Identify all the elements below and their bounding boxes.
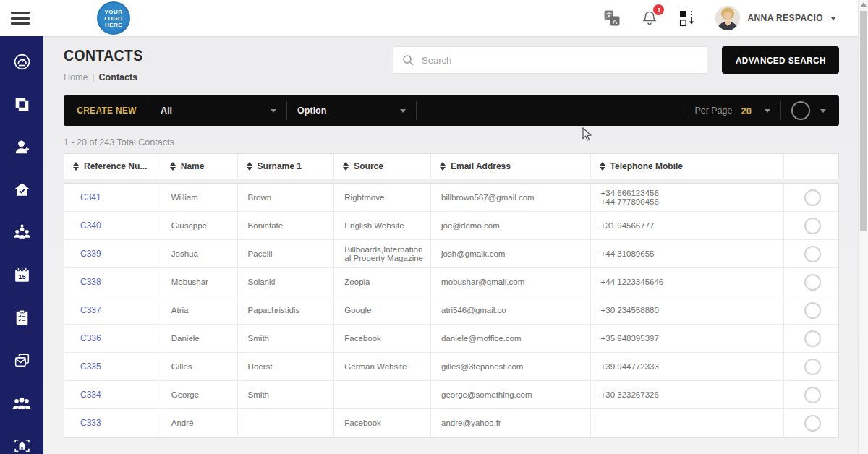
- svg-text:A: A: [613, 18, 618, 25]
- sidebar-item-tasks[interactable]: [0, 296, 43, 339]
- column-header-label: Reference Nu...: [84, 161, 147, 171]
- cell-email: gilles@3tepanest.com: [431, 353, 591, 380]
- sidebar-item-mailing[interactable]: [0, 339, 43, 382]
- cell-selector: [784, 353, 838, 380]
- reference-link[interactable]: C333: [80, 418, 101, 428]
- search-box[interactable]: [393, 46, 707, 74]
- logo-text-line: LOGO: [104, 15, 123, 22]
- row-select-radio[interactable]: [804, 330, 821, 347]
- translate-icon[interactable]: A: [603, 9, 621, 27]
- table-row[interactable]: C340GiuseppeBoninfateEnglish Websitejoe@…: [64, 212, 838, 240]
- cell-phone: +44 1223345646: [591, 268, 784, 296]
- cell-ref: C334: [64, 381, 161, 408]
- row-select-radio[interactable]: [804, 415, 821, 432]
- notifications-bell-icon[interactable]: 1: [640, 9, 659, 27]
- table-header-row: Reference Nu...NameSurname 1SourceEmail …: [64, 153, 839, 179]
- cell-source: Rightmove: [334, 184, 431, 211]
- sort-icon: [440, 162, 446, 171]
- reference-link[interactable]: C336: [80, 333, 101, 343]
- logo-text-line: YOUR: [104, 9, 122, 15]
- row-select-radio[interactable]: [804, 387, 821, 403]
- select-all-radio[interactable]: [791, 101, 810, 120]
- action-toolbar: CREATE NEW All Option Per Page 20: [64, 95, 839, 126]
- sidebar-item-properties[interactable]: [0, 168, 43, 211]
- sidebar-item-calendar[interactable]: 15: [0, 254, 43, 296]
- option-dropdown[interactable]: Option: [287, 106, 416, 116]
- column-header-source[interactable]: Source: [334, 154, 431, 179]
- column-header-label: Name: [181, 161, 205, 171]
- add-contact-icon: [12, 137, 32, 157]
- cell-ref: C341: [64, 184, 161, 211]
- row-select-radio[interactable]: [804, 359, 821, 375]
- reference-link[interactable]: C335: [80, 361, 101, 372]
- sort-list-icon[interactable]: [678, 9, 697, 27]
- column-header-surname-1[interactable]: Surname 1: [238, 154, 335, 179]
- row-select-radio[interactable]: [804, 274, 821, 291]
- reference-link[interactable]: C339: [80, 249, 101, 259]
- cell-phone: +30 234558880: [591, 296, 784, 324]
- table-row[interactable]: C337AtriaPapachristidisGoogleatri546@gma…: [64, 296, 838, 325]
- table-row[interactable]: C333AndréFacebookandre@yahoo.fr: [64, 409, 838, 437]
- cell-surname: Papachristidis: [238, 296, 335, 324]
- row-select-radio[interactable]: [804, 189, 821, 206]
- row-select-radio[interactable]: [804, 218, 821, 234]
- table-row[interactable]: C335GillesHoerstGerman Websitegilles@3te…: [64, 353, 838, 381]
- reference-link[interactable]: C341: [80, 192, 101, 202]
- cell-phone: [591, 409, 784, 437]
- table-row[interactable]: C341WilliamBrownRightmovebillbrown567@gm…: [64, 184, 838, 212]
- chevron-down-icon: [765, 109, 770, 113]
- cell-selector: [784, 212, 838, 239]
- reference-link[interactable]: C334: [80, 390, 101, 400]
- cell-source: German Website: [334, 353, 431, 380]
- advanced-search-button[interactable]: ADVANCED SEARCH: [722, 46, 839, 74]
- cell-name: Joshua: [161, 240, 238, 267]
- user-avatar: [715, 6, 740, 30]
- table-row[interactable]: C338MobusharSolankiZooplamobushar@gmail.…: [64, 268, 838, 296]
- sidebar-item-contacts[interactable]: [0, 126, 43, 168]
- cell-surname: Solanki: [238, 268, 335, 296]
- create-new-button[interactable]: CREATE NEW: [66, 106, 148, 116]
- row-select-radio[interactable]: [804, 246, 821, 262]
- reference-link[interactable]: C337: [80, 305, 101, 315]
- table-row[interactable]: C339JoshuaPacelliBillboards,Internationa…: [64, 240, 838, 268]
- table-row[interactable]: C334GeorgeSmithgeorge@something.com+30 3…: [64, 381, 838, 409]
- chevron-down-icon[interactable]: [820, 109, 826, 113]
- breadcrumb-home[interactable]: Home: [64, 72, 88, 82]
- mailing-icon: [12, 351, 32, 370]
- cell-name: Mobushar: [161, 268, 238, 296]
- column-header-reference-nu[interactable]: Reference Nu...: [64, 154, 161, 179]
- cell-phone: +35 948395397: [591, 325, 784, 352]
- cell-phone: +31 94566777: [591, 212, 784, 239]
- column-header-telephone-mobile[interactable]: Telephone Mobile: [591, 154, 784, 179]
- cell-email: atri546@gmail.co: [431, 296, 591, 324]
- scrollbar-thumb[interactable]: [860, 11, 867, 231]
- scroll-up-arrow-icon[interactable]: [861, 2, 867, 7]
- cell-selector: [784, 325, 838, 352]
- column-header-name[interactable]: Name: [161, 154, 238, 179]
- company-logo[interactable]: YOUR LOGO HERE: [97, 1, 130, 35]
- chevron-down-icon: [400, 109, 406, 113]
- column-header-email-address[interactable]: Email Address: [431, 154, 591, 179]
- reference-link[interactable]: C338: [80, 277, 101, 287]
- cell-surname: Pacelli: [238, 240, 335, 267]
- reference-link[interactable]: C340: [80, 220, 101, 231]
- cell-name: Gilles: [161, 353, 238, 380]
- sidebar-item-team[interactable]: [0, 211, 43, 254]
- cell-email: billbrown567@gmail.com: [431, 184, 591, 211]
- search-input[interactable]: [422, 55, 698, 66]
- vertical-scrollbar[interactable]: [858, 0, 868, 454]
- sidebar-item-dashboard[interactable]: [0, 40, 43, 83]
- sidebar-item-modules[interactable]: [0, 83, 43, 126]
- filter-dropdown[interactable]: All: [150, 106, 286, 116]
- properties-icon: [12, 180, 32, 200]
- sidebar-item-users[interactable]: [0, 382, 43, 424]
- table-row[interactable]: C336DanieleSmithFacebookdaniele@moffice.…: [64, 325, 838, 353]
- user-menu[interactable]: ANNA RESPACIO: [715, 6, 836, 30]
- cell-source: [334, 381, 431, 408]
- cell-surname: [238, 409, 335, 437]
- sidebar-item-scan[interactable]: [0, 424, 43, 454]
- cell-ref: C340: [64, 212, 161, 239]
- per-page-dropdown[interactable]: Per Page 20: [684, 106, 780, 116]
- row-select-radio[interactable]: [804, 302, 821, 319]
- hamburger-menu-icon[interactable]: [11, 12, 30, 25]
